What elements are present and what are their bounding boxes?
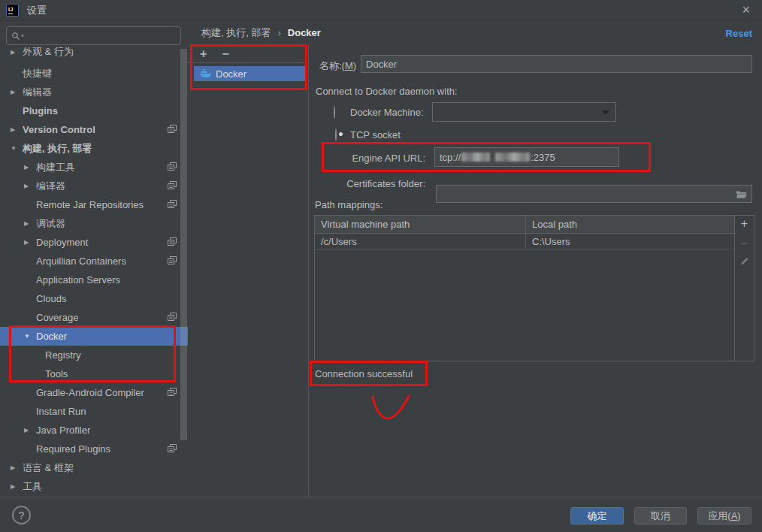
help-button[interactable]: ? [12,506,31,524]
chevron-down-icon[interactable]: ▼ [11,145,23,152]
sidebar-item-label: Plugins [23,105,58,116]
config-list-toolbar: + − [188,45,308,63]
name-field[interactable]: Docker [361,55,752,73]
remove-config-icon[interactable]: − [222,48,228,60]
dialog-footer: ? 确定 取消 应用(A) [0,497,762,532]
sidebar-item-21[interactable]: Required Plugins [0,440,188,458]
close-icon[interactable]: × [742,2,750,17]
sidebar-item-14[interactable]: Coverage [0,308,188,327]
certificates-folder-field[interactable] [436,185,752,203]
name-label: 名称:(M) [319,59,356,73]
apply-button[interactable]: 应用(A) [697,507,751,524]
sidebar-item-4[interactable]: ▶Version Control [0,120,188,139]
table-cell: C:\Users [526,234,734,249]
project-settings-icon [168,237,177,246]
config-item-0[interactable]: Docker [194,66,306,81]
docker-machine-radio[interactable] [334,106,335,119]
sidebar-item-22[interactable]: ▶语言 & 框架 [0,458,188,477]
sidebar-item-11[interactable]: Arquillian Containers [0,252,188,271]
add-config-icon[interactable]: + [200,48,207,60]
table-header-row: Virtual machine pathLocal path [315,216,734,234]
sidebar-item-13[interactable]: Clouds [0,289,188,308]
docker-whale-icon [199,69,211,79]
chevron-right-icon[interactable]: ▶ [24,220,36,227]
sidebar-item-label: 构建工具 [36,161,75,174]
engine-api-url-label: Engine API URL: [323,153,425,164]
engine-api-url-field[interactable]: tcp://:2375 [434,147,619,167]
chevron-down-icon[interactable]: ▼ [24,333,36,340]
sidebar-item-label: Version Control [23,124,95,135]
breadcrumb-current: Docker [288,27,321,38]
sidebar-item-2[interactable]: ▶编辑器 [0,83,188,101]
tcp-socket-radio[interactable] [335,128,337,141]
sidebar-item-17[interactable]: Tools [0,364,188,383]
folder-browse-icon[interactable] [736,189,747,199]
connect-daemon-label: Connect to Docker daemon with: [316,86,458,97]
search-input[interactable] [27,30,176,41]
sidebar-item-8[interactable]: Remote Jar Repositories [0,195,188,214]
sidebar-item-label: 构建, 执行, 部署 [23,142,92,156]
breadcrumb: 构建, 执行, 部署›Docker [201,26,321,40]
chevron-right-icon[interactable]: ▶ [24,164,36,171]
sidebar-item-12[interactable]: Application Servers [0,271,188,289]
breadcrumb-path[interactable]: 构建, 执行, 部署 [201,27,271,38]
chevron-down-icon [602,110,609,115]
docker-machine-select[interactable] [432,102,616,122]
breadcrumb-bar: 构建, 执行, 部署›Docker Reset [188,21,762,45]
chevron-right-icon[interactable]: ▶ [11,126,23,133]
path-mappings-table: Virtual machine pathLocal path/c/UsersC:… [314,215,754,361]
project-settings-icon [168,125,177,134]
sidebar-item-label: Coverage [36,312,78,323]
project-settings-icon [168,256,177,265]
sidebar-item-label: 语言 & 框架 [23,461,74,475]
connection-status: Connection successful [315,368,413,379]
tcp-socket-label[interactable]: TCP socket [350,129,401,141]
sidebar-item-15[interactable]: ▼Docker [0,327,188,346]
sidebar-item-label: Deployment [36,237,88,248]
sidebar-item-18[interactable]: Gradle-Android Compiler [0,383,188,402]
chevron-right-icon[interactable]: ▶ [11,464,23,471]
table-column-header[interactable]: Local path [526,216,734,234]
table-row[interactable]: /c/UsersC:\Users [315,234,734,249]
chevron-right-icon[interactable]: ▶ [11,89,23,95]
sidebar-item-label: Clouds [36,293,66,304]
sidebar-item-label: 快捷键 [23,67,52,80]
chevron-right-icon[interactable]: ▶ [24,239,36,246]
sidebar-item-label: Tools [45,368,68,379]
logo-text: IJ [8,7,14,12]
chevron-right-icon[interactable]: ▶ [11,49,23,56]
chevron-right-icon[interactable]: ▶ [24,427,36,434]
sidebar-item-10[interactable]: ▶Deployment [0,233,188,252]
sidebar-item-label: 调试器 [36,217,65,231]
table-toolbar: + − [734,216,754,361]
reset-link[interactable]: Reset [726,28,752,39]
cancel-button[interactable]: 取消 [634,507,687,524]
sidebar-item-1[interactable]: 快捷键 [0,64,188,83]
ok-button[interactable]: 确定 [570,507,624,524]
sidebar-item-3[interactable]: Plugins [0,101,188,120]
docker-machine-label[interactable]: Docker Machine: [350,107,424,118]
titlebar: IJ 设置 × [0,0,762,21]
table-add-icon[interactable]: + [741,218,748,230]
sidebar-item-6[interactable]: ▶构建工具 [0,158,188,177]
sidebar-item-19[interactable]: Instant Run [0,402,188,421]
search-box[interactable]: ▾ [6,26,181,45]
sidebar-scrollbar[interactable] [180,49,187,440]
table-column-header[interactable]: Virtual machine path [315,216,526,234]
chevron-right-icon[interactable]: ▶ [11,483,23,490]
sidebar-item-16[interactable]: Registry [0,346,188,364]
sidebar-item-23[interactable]: ▶工具 [0,477,188,496]
redacted-host [461,153,490,162]
sidebar-item-9[interactable]: ▶调试器 [0,214,188,233]
sidebar-item-0[interactable]: ▶外观 & 行为 [0,45,188,64]
sidebar-item-7[interactable]: ▶编译器 [0,177,188,195]
table-edit-icon[interactable] [739,256,749,266]
chevron-right-icon[interactable]: ▶ [24,183,36,189]
table-remove-icon[interactable]: − [741,237,748,249]
sidebar-item-label: 工具 [23,480,42,494]
sidebar-item-5[interactable]: ▼构建, 执行, 部署 [0,139,188,158]
project-settings-icon [168,162,177,171]
sidebar-item-label: 编译器 [36,180,65,193]
search-filter-caret-icon[interactable]: ▾ [21,33,24,39]
sidebar-item-20[interactable]: ▶Java Profiler [0,421,188,440]
